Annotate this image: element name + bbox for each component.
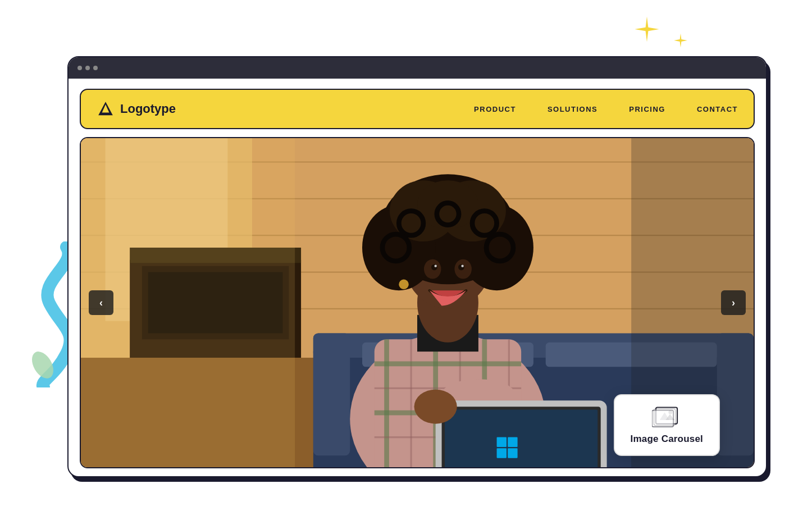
svg-point-49 [431, 264, 437, 270]
carousel-label-text: Image Carousel [631, 434, 703, 445]
svg-rect-17 [313, 333, 350, 455]
navbar: Logotype PRODUCT SOLUTIONS PRICING CONTA… [80, 89, 755, 129]
logo-text: Logotype [120, 102, 176, 116]
carousel-next-button[interactable]: › [721, 290, 746, 315]
svg-point-50 [458, 264, 464, 270]
svg-rect-58 [497, 437, 507, 447]
svg-point-51 [434, 264, 436, 267]
carousel-prev-button[interactable]: ‹ [89, 290, 113, 315]
svg-rect-59 [508, 437, 517, 447]
carousel-label-card: Image Carousel [614, 394, 720, 456]
carousel-prev-icon: ‹ [99, 298, 103, 308]
logo-area: Logotype [97, 100, 176, 118]
nav-link-product[interactable]: PRODUCT [474, 105, 516, 113]
carousel-next-icon: › [732, 298, 735, 308]
logo-icon [97, 100, 115, 118]
svg-rect-61 [508, 448, 517, 458]
svg-rect-60 [497, 448, 507, 458]
browser-chrome [69, 57, 766, 79]
browser-dot-1 [77, 66, 82, 70]
star-small-decoration [673, 33, 688, 48]
nav-link-pricing[interactable]: PRICING [629, 105, 665, 113]
nav-link-contact[interactable]: CONTACT [697, 105, 738, 113]
svg-point-52 [461, 264, 463, 267]
svg-point-53 [399, 280, 408, 289]
image-carousel-icon [652, 405, 681, 428]
browser-dot-3 [93, 66, 98, 70]
svg-point-62 [414, 390, 457, 424]
svg-rect-70 [654, 409, 676, 425]
nav-link-solutions[interactable]: SOLUTIONS [548, 105, 597, 113]
nav-links: PRODUCT SOLUTIONS PRICING CONTACT [474, 105, 738, 113]
carousel-container: ‹ › [80, 137, 755, 468]
browser-dot-2 [85, 66, 90, 70]
svg-rect-57 [445, 410, 597, 467]
browser-window: Logotype PRODUCT SOLUTIONS PRICING CONTA… [67, 56, 767, 477]
star-large-decoration [633, 16, 660, 43]
